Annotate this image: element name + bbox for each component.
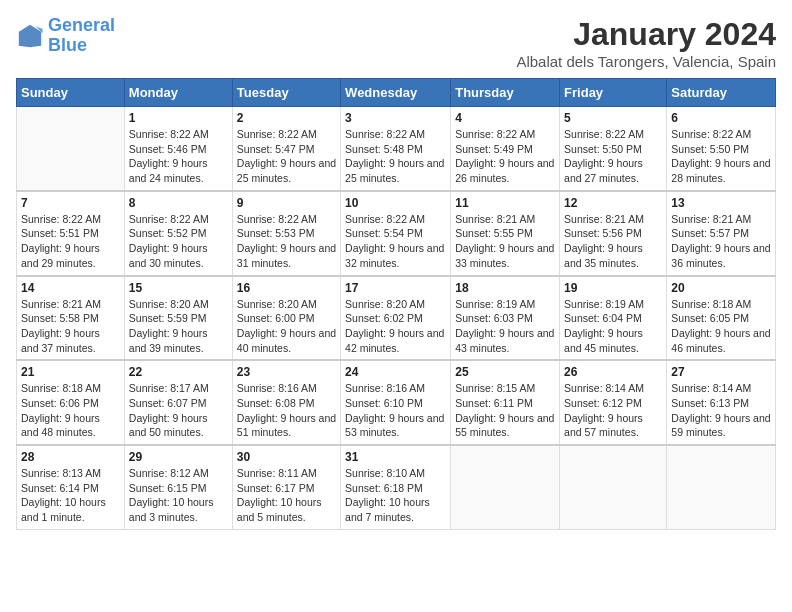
day-cell: 12Sunrise: 8:21 AM Sunset: 5:56 PM Dayli… (560, 191, 667, 276)
day-number: 23 (237, 365, 336, 379)
day-info: Sunrise: 8:20 AM Sunset: 6:02 PM Dayligh… (345, 297, 446, 356)
day-number: 29 (129, 450, 228, 464)
day-info: Sunrise: 8:20 AM Sunset: 6:00 PM Dayligh… (237, 297, 336, 356)
day-info: Sunrise: 8:22 AM Sunset: 5:50 PM Dayligh… (671, 127, 771, 186)
day-cell: 26Sunrise: 8:14 AM Sunset: 6:12 PM Dayli… (560, 360, 667, 445)
day-number: 18 (455, 281, 555, 295)
day-info: Sunrise: 8:22 AM Sunset: 5:49 PM Dayligh… (455, 127, 555, 186)
day-number: 8 (129, 196, 228, 210)
day-info: Sunrise: 8:15 AM Sunset: 6:11 PM Dayligh… (455, 381, 555, 440)
day-cell: 5Sunrise: 8:22 AM Sunset: 5:50 PM Daylig… (560, 107, 667, 191)
day-number: 14 (21, 281, 120, 295)
day-cell: 27Sunrise: 8:14 AM Sunset: 6:13 PM Dayli… (667, 360, 776, 445)
calendar-body: 1Sunrise: 8:22 AM Sunset: 5:46 PM Daylig… (17, 107, 776, 530)
day-number: 5 (564, 111, 662, 125)
day-info: Sunrise: 8:19 AM Sunset: 6:03 PM Dayligh… (455, 297, 555, 356)
day-number: 6 (671, 111, 771, 125)
weekday-header-friday: Friday (560, 79, 667, 107)
day-number: 20 (671, 281, 771, 295)
day-info: Sunrise: 8:21 AM Sunset: 5:56 PM Dayligh… (564, 212, 662, 271)
day-number: 24 (345, 365, 446, 379)
day-cell: 20Sunrise: 8:18 AM Sunset: 6:05 PM Dayli… (667, 276, 776, 361)
day-cell: 25Sunrise: 8:15 AM Sunset: 6:11 PM Dayli… (451, 360, 560, 445)
day-info: Sunrise: 8:22 AM Sunset: 5:54 PM Dayligh… (345, 212, 446, 271)
day-info: Sunrise: 8:20 AM Sunset: 5:59 PM Dayligh… (129, 297, 228, 356)
weekday-header-thursday: Thursday (451, 79, 560, 107)
day-number: 17 (345, 281, 446, 295)
page-header: General Blue January 2024 Albalat dels T… (16, 16, 776, 70)
day-number: 25 (455, 365, 555, 379)
day-cell: 1Sunrise: 8:22 AM Sunset: 5:46 PM Daylig… (124, 107, 232, 191)
day-info: Sunrise: 8:22 AM Sunset: 5:48 PM Dayligh… (345, 127, 446, 186)
weekday-row: SundayMondayTuesdayWednesdayThursdayFrid… (17, 79, 776, 107)
day-number: 4 (455, 111, 555, 125)
weekday-header-monday: Monday (124, 79, 232, 107)
day-number: 27 (671, 365, 771, 379)
day-number: 26 (564, 365, 662, 379)
day-info: Sunrise: 8:13 AM Sunset: 6:14 PM Dayligh… (21, 466, 120, 525)
day-info: Sunrise: 8:14 AM Sunset: 6:13 PM Dayligh… (671, 381, 771, 440)
day-cell: 10Sunrise: 8:22 AM Sunset: 5:54 PM Dayli… (341, 191, 451, 276)
title-block: January 2024 Albalat dels Tarongers, Val… (516, 16, 776, 70)
day-info: Sunrise: 8:21 AM Sunset: 5:55 PM Dayligh… (455, 212, 555, 271)
day-info: Sunrise: 8:10 AM Sunset: 6:18 PM Dayligh… (345, 466, 446, 525)
weekday-header-tuesday: Tuesday (232, 79, 340, 107)
day-info: Sunrise: 8:17 AM Sunset: 6:07 PM Dayligh… (129, 381, 228, 440)
day-info: Sunrise: 8:16 AM Sunset: 6:10 PM Dayligh… (345, 381, 446, 440)
day-cell: 16Sunrise: 8:20 AM Sunset: 6:00 PM Dayli… (232, 276, 340, 361)
calendar-table: SundayMondayTuesdayWednesdayThursdayFrid… (16, 78, 776, 530)
week-row-3: 21Sunrise: 8:18 AM Sunset: 6:06 PM Dayli… (17, 360, 776, 445)
calendar-header: SundayMondayTuesdayWednesdayThursdayFrid… (17, 79, 776, 107)
logo: General Blue (16, 16, 115, 56)
day-number: 9 (237, 196, 336, 210)
logo-icon (16, 22, 44, 50)
day-number: 1 (129, 111, 228, 125)
day-number: 16 (237, 281, 336, 295)
day-info: Sunrise: 8:12 AM Sunset: 6:15 PM Dayligh… (129, 466, 228, 525)
location-title: Albalat dels Tarongers, Valencia, Spain (516, 53, 776, 70)
day-info: Sunrise: 8:21 AM Sunset: 5:57 PM Dayligh… (671, 212, 771, 271)
day-info: Sunrise: 8:22 AM Sunset: 5:51 PM Dayligh… (21, 212, 120, 271)
day-cell: 30Sunrise: 8:11 AM Sunset: 6:17 PM Dayli… (232, 445, 340, 529)
day-cell: 11Sunrise: 8:21 AM Sunset: 5:55 PM Dayli… (451, 191, 560, 276)
day-number: 3 (345, 111, 446, 125)
day-info: Sunrise: 8:11 AM Sunset: 6:17 PM Dayligh… (237, 466, 336, 525)
day-cell: 31Sunrise: 8:10 AM Sunset: 6:18 PM Dayli… (341, 445, 451, 529)
day-info: Sunrise: 8:22 AM Sunset: 5:47 PM Dayligh… (237, 127, 336, 186)
day-cell (667, 445, 776, 529)
day-info: Sunrise: 8:18 AM Sunset: 6:05 PM Dayligh… (671, 297, 771, 356)
day-cell: 4Sunrise: 8:22 AM Sunset: 5:49 PM Daylig… (451, 107, 560, 191)
day-cell: 28Sunrise: 8:13 AM Sunset: 6:14 PM Dayli… (17, 445, 125, 529)
day-cell: 22Sunrise: 8:17 AM Sunset: 6:07 PM Dayli… (124, 360, 232, 445)
day-cell: 6Sunrise: 8:22 AM Sunset: 5:50 PM Daylig… (667, 107, 776, 191)
day-number: 10 (345, 196, 446, 210)
day-number: 13 (671, 196, 771, 210)
day-cell: 19Sunrise: 8:19 AM Sunset: 6:04 PM Dayli… (560, 276, 667, 361)
day-info: Sunrise: 8:22 AM Sunset: 5:52 PM Dayligh… (129, 212, 228, 271)
day-cell: 18Sunrise: 8:19 AM Sunset: 6:03 PM Dayli… (451, 276, 560, 361)
day-cell: 3Sunrise: 8:22 AM Sunset: 5:48 PM Daylig… (341, 107, 451, 191)
day-info: Sunrise: 8:16 AM Sunset: 6:08 PM Dayligh… (237, 381, 336, 440)
day-cell: 13Sunrise: 8:21 AM Sunset: 5:57 PM Dayli… (667, 191, 776, 276)
day-number: 12 (564, 196, 662, 210)
day-info: Sunrise: 8:21 AM Sunset: 5:58 PM Dayligh… (21, 297, 120, 356)
day-cell: 29Sunrise: 8:12 AM Sunset: 6:15 PM Dayli… (124, 445, 232, 529)
day-info: Sunrise: 8:22 AM Sunset: 5:53 PM Dayligh… (237, 212, 336, 271)
weekday-header-wednesday: Wednesday (341, 79, 451, 107)
day-cell: 2Sunrise: 8:22 AM Sunset: 5:47 PM Daylig… (232, 107, 340, 191)
weekday-header-saturday: Saturday (667, 79, 776, 107)
weekday-header-sunday: Sunday (17, 79, 125, 107)
day-cell: 7Sunrise: 8:22 AM Sunset: 5:51 PM Daylig… (17, 191, 125, 276)
day-info: Sunrise: 8:18 AM Sunset: 6:06 PM Dayligh… (21, 381, 120, 440)
day-number: 19 (564, 281, 662, 295)
day-number: 31 (345, 450, 446, 464)
day-cell: 17Sunrise: 8:20 AM Sunset: 6:02 PM Dayli… (341, 276, 451, 361)
day-cell: 14Sunrise: 8:21 AM Sunset: 5:58 PM Dayli… (17, 276, 125, 361)
day-number: 2 (237, 111, 336, 125)
week-row-4: 28Sunrise: 8:13 AM Sunset: 6:14 PM Dayli… (17, 445, 776, 529)
month-title: January 2024 (516, 16, 776, 53)
day-number: 15 (129, 281, 228, 295)
day-number: 30 (237, 450, 336, 464)
day-number: 7 (21, 196, 120, 210)
day-cell (560, 445, 667, 529)
